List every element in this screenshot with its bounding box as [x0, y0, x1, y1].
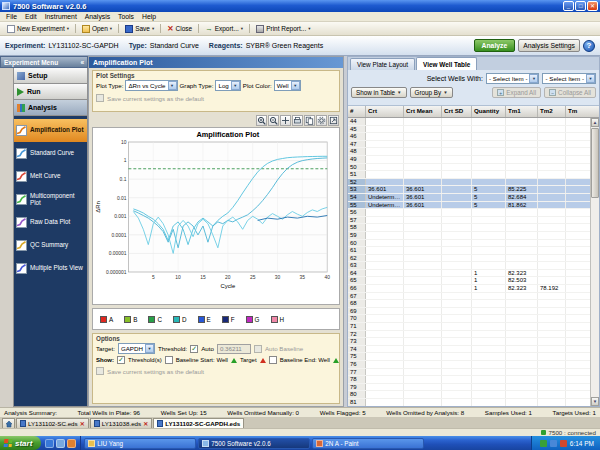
group-by-button[interactable]: Group By ▼ [410, 87, 453, 98]
graph-type-select[interactable]: Log▼ [215, 80, 240, 91]
column-header-num[interactable]: # [348, 106, 366, 117]
table-row[interactable]: 67 [348, 293, 590, 301]
taskbar-window-7500-software-v2-0-6[interactable]: 7500 Software v2.0.6 [198, 438, 310, 449]
toolbar-save-button[interactable]: Save▾ [121, 23, 158, 35]
table-row[interactable]: 69 [348, 308, 590, 316]
plot-color-select[interactable]: Well▼ [274, 80, 301, 91]
table-row[interactable]: 76 [348, 361, 590, 369]
scrollbar-thumb[interactable] [591, 128, 599, 198]
sidebar-item-melt-curve[interactable]: Melt Curve [14, 165, 87, 188]
table-row[interactable]: 46 [348, 133, 590, 141]
toolbar-export-button[interactable]: →Export...▾ [201, 23, 247, 35]
home-button[interactable] [2, 418, 15, 428]
table-row[interactable]: 72 [348, 331, 590, 339]
select-wells-dropdown-1[interactable]: - Select Item -▼ [486, 73, 540, 84]
maximize-button[interactable]: □ [575, 1, 586, 11]
table-row[interactable]: 47 [348, 141, 590, 149]
table-row[interactable]: 75 [348, 353, 590, 361]
toolbar-open-button[interactable]: Open▾ [78, 23, 116, 35]
scroll-up-icon[interactable]: ▲ [591, 118, 599, 127]
table-row[interactable]: 80 [348, 391, 590, 399]
toolbar-print-report-button[interactable]: Print Report...▾ [252, 23, 314, 35]
table-row[interactable]: 56 [348, 209, 590, 217]
table-row[interactable]: 68 [348, 300, 590, 308]
quick-launch-internet-explorer-icon[interactable] [45, 439, 54, 448]
copy-button[interactable] [304, 115, 315, 126]
show-baseline-start-well-checkbox[interactable] [165, 356, 173, 364]
show-baseline-end-well-checkbox[interactable] [269, 356, 277, 364]
table-row[interactable]: 57 [348, 217, 590, 225]
target-select[interactable]: GAPDH ▼ [118, 343, 155, 354]
table-row[interactable]: 44 [348, 118, 590, 126]
table-row[interactable]: 48 [348, 148, 590, 156]
start-button[interactable]: start [0, 436, 41, 450]
column-header-tm2[interactable]: Tm2 [538, 106, 566, 117]
table-row[interactable]: 81 [348, 399, 590, 406]
select-wells-dropdown-2[interactable]: - Select Item -▼ [542, 73, 596, 84]
show-in-table-button[interactable]: Show in Table ▼ [351, 87, 407, 98]
menu-item-tools[interactable]: Tools [114, 13, 138, 20]
menu-item-analysis[interactable]: Analysis [81, 13, 114, 20]
table-row[interactable]: 60 [348, 240, 590, 248]
column-header-crt-sd[interactable]: Crt SD [442, 106, 472, 117]
sidebar-section-run[interactable]: Run [13, 84, 88, 100]
quick-launch-media-player-icon[interactable] [67, 439, 76, 448]
column-header-tm[interactable]: Tm [566, 106, 580, 117]
toolbar-new-experiment-button[interactable]: New Experiment▾ [3, 23, 73, 35]
maximize-plot-button[interactable] [328, 115, 339, 126]
table-row[interactable]: 61 [348, 247, 590, 255]
sidebar-section-analysis[interactable]: Analysis [13, 100, 88, 116]
print-button[interactable] [292, 115, 303, 126]
pan-button[interactable] [280, 115, 291, 126]
sidebar-item-raw-data-plot[interactable]: Raw Data Plot [14, 211, 87, 234]
sidebar-item-qc-summary[interactable]: QC Summary [14, 234, 87, 257]
menu-item-instrument[interactable]: Instrument [41, 13, 81, 20]
column-header-crt[interactable]: Crt [366, 106, 404, 117]
table-row[interactable]: 74 [348, 346, 590, 354]
tab-view-plate-layout[interactable]: View Plate Layout [350, 58, 415, 70]
table-row[interactable]: 59 [348, 232, 590, 240]
table-row[interactable]: 5336.60136.601585.225 [348, 186, 590, 194]
table-row[interactable]: 58 [348, 224, 590, 232]
document-tab-ly131038-eds[interactable]: LY131038.eds✕ [90, 418, 152, 428]
help-icon[interactable]: ? [583, 40, 595, 52]
menu-item-file[interactable]: File [2, 13, 21, 20]
plot-type-select[interactable]: ΔRn vs Cycle▼ [125, 80, 177, 91]
table-row[interactable]: 51 [348, 171, 590, 179]
zoom-in-button[interactable] [256, 115, 267, 126]
sidebar-item-multicomponent-plot[interactable]: Multicomponent Plot [14, 188, 87, 211]
table-row[interactable]: 49 [348, 156, 590, 164]
tray-network-icon[interactable] [550, 440, 557, 447]
table-row[interactable]: 63 [348, 262, 590, 270]
table-scrollbar[interactable]: ▲ ▼ [590, 118, 599, 406]
column-header-quantity[interactable]: Quantity [472, 106, 506, 117]
sidebar-item-amplification-plot[interactable]: Amplification Plot [14, 119, 87, 142]
close-button[interactable]: ✕ [587, 1, 598, 11]
show-threshold-s-checkbox[interactable] [117, 356, 125, 364]
table-row[interactable]: 50 [348, 164, 590, 172]
sidebar-item-standard-curve[interactable]: Standard Curve [14, 142, 87, 165]
close-tab-icon[interactable]: ✕ [143, 420, 148, 427]
document-tab-ly131102-sc-gapdh-eds[interactable]: LY131102-SC-GAPDH.eds [153, 418, 244, 428]
table-row[interactable]: 52 [348, 179, 590, 187]
table-row[interactable]: 73 [348, 338, 590, 346]
settings-button[interactable] [316, 115, 327, 126]
document-tab-ly131102-sc-eds[interactable]: LY131102-SC.eds✕ [16, 418, 89, 428]
collapse-sidebar-icon[interactable]: « [80, 59, 84, 66]
scroll-down-icon[interactable]: ▼ [591, 397, 599, 406]
table-row[interactable]: 55Undetermined36.601581.862 [348, 202, 590, 210]
zoom-out-button[interactable] [268, 115, 279, 126]
close-tab-icon[interactable]: ✕ [80, 420, 85, 427]
tray-antivirus-icon[interactable] [540, 440, 547, 447]
toolbar-close-doc-button[interactable]: ✕Close [163, 23, 196, 35]
taskbar-window-2n-a-paint[interactable]: 2N A - Paint [312, 438, 424, 449]
sidebar-section-setup[interactable]: Setup [13, 68, 88, 84]
analysis-settings-button[interactable]: Analysis Settings [518, 39, 580, 52]
column-header-crt-mean[interactable]: Crt Mean [404, 106, 442, 117]
table-row[interactable]: 62 [348, 255, 590, 263]
analyze-button[interactable]: Analyze [474, 39, 516, 52]
taskbar-window-liu-yang[interactable]: LIU Yang [84, 438, 196, 449]
sidebar-item-multiple-plots-view[interactable]: Multiple Plots View [14, 257, 87, 280]
table-row[interactable]: 70 [348, 315, 590, 323]
table-row[interactable]: 65182.503 [348, 277, 590, 285]
